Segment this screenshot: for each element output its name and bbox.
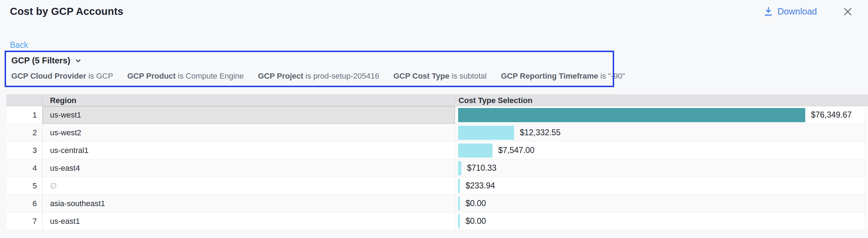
table-header-row: Region Cost Type Selection xyxy=(6,95,868,106)
filter-chip[interactable]: GCP Cost Type is subtotal xyxy=(393,72,486,81)
cost-bar xyxy=(458,214,460,228)
back-link[interactable]: Back xyxy=(10,40,28,50)
cost-cell: $0.00 xyxy=(455,195,868,212)
filter-condition: is subtotal xyxy=(450,72,487,80)
row-index: 3 xyxy=(6,142,43,159)
row-index: 5 xyxy=(6,177,43,194)
cost-cell: $7,547.00 xyxy=(455,142,868,159)
cost-value: $233.94 xyxy=(466,181,495,191)
cost-cell: $710.33 xyxy=(455,159,868,177)
row-index: 1 xyxy=(6,106,43,124)
filter-name: GCP Cost Type xyxy=(393,72,449,80)
modal-header: Cost by GCP Accounts Download xyxy=(0,0,868,17)
download-button[interactable]: Download xyxy=(764,6,817,17)
region-cell[interactable]: ∅ xyxy=(43,177,455,194)
filter-list: GCP Cloud Provider is GCPGCP Product is … xyxy=(11,72,607,81)
cost-value: $12,332.55 xyxy=(520,128,561,137)
cost-value: $0.00 xyxy=(466,199,486,208)
row-index: 6 xyxy=(6,195,43,212)
filter-chip[interactable]: GCP Product is Compute Engine xyxy=(127,72,244,81)
vertical-scrollbar[interactable] xyxy=(865,107,868,230)
filter-name: GCP Reporting Timeframe xyxy=(501,72,598,80)
filter-condition: is Compute Engine xyxy=(176,72,244,80)
region-cell[interactable]: us-east4 xyxy=(43,159,455,177)
filter-chip[interactable]: GCP Cloud Provider is GCP xyxy=(11,72,113,81)
close-icon[interactable] xyxy=(842,6,853,17)
region-cell[interactable]: asia-southeast1 xyxy=(43,195,455,212)
region-cell[interactable]: us-central1 xyxy=(43,142,455,159)
page-title: Cost by GCP Accounts xyxy=(10,6,123,17)
filter-condition: is prod-setup-205416 xyxy=(303,72,379,80)
filter-name: GCP Project xyxy=(258,72,303,80)
table-row[interactable]: 1us-west1$76,349.67 xyxy=(6,106,868,124)
cost-value: $76,349.67 xyxy=(811,110,852,120)
table-row[interactable]: 3us-central1$7,547.00 xyxy=(6,142,868,159)
cost-bar xyxy=(458,108,805,122)
region-cell[interactable]: us-east1 xyxy=(43,212,455,230)
header-actions: Download xyxy=(764,6,857,17)
row-index: 4 xyxy=(6,159,43,177)
cost-value: $710.33 xyxy=(467,163,496,173)
table-row[interactable]: 7us-east1$0.00 xyxy=(6,212,868,230)
filter-chip[interactable]: GCP Project is prod-setup-205416 xyxy=(258,72,379,81)
cost-bar xyxy=(458,143,493,158)
filter-summary-dropdown[interactable]: GCP (5 Filters) xyxy=(11,56,82,66)
filter-name: GCP Product xyxy=(127,72,176,80)
filter-chip[interactable]: GCP Reporting Timeframe is "-90" xyxy=(501,72,625,81)
filter-name: GCP Cloud Provider xyxy=(11,72,86,80)
table-body: 1us-west1$76,349.672us-west2$12,332.553u… xyxy=(6,106,868,230)
region-cell[interactable]: us-west1 xyxy=(43,106,455,124)
cost-bar xyxy=(458,161,461,175)
header-index-column xyxy=(6,95,43,106)
row-index: 2 xyxy=(6,124,43,141)
filter-condition: is "-90" xyxy=(598,72,625,80)
cost-bar xyxy=(458,197,460,211)
region-cell[interactable]: us-west2 xyxy=(43,124,455,141)
header-cost-column[interactable]: Cost Type Selection xyxy=(455,95,868,106)
cost-cell: $12,332.55 xyxy=(455,124,868,141)
filter-panel: GCP (5 Filters) GCP Cloud Provider is GC… xyxy=(5,51,614,87)
cost-value: $7,547.00 xyxy=(498,146,534,155)
cost-bar xyxy=(458,179,460,193)
row-index: 7 xyxy=(6,212,43,230)
chevron-down-icon xyxy=(74,57,82,64)
filter-summary-label: GCP (5 Filters) xyxy=(11,56,70,66)
cost-cell: $0.00 xyxy=(455,212,868,230)
download-icon xyxy=(764,6,773,17)
table-row[interactable]: 2us-west2$12,332.55 xyxy=(6,124,868,142)
table-row[interactable]: 5∅$233.94 xyxy=(6,177,868,195)
header-region-column[interactable]: Region xyxy=(43,95,455,106)
cost-bar xyxy=(458,126,514,140)
table-row[interactable]: 4us-east4$710.33 xyxy=(6,159,868,177)
filter-condition: is GCP xyxy=(86,72,113,80)
download-label: Download xyxy=(778,6,817,17)
cost-table: Region Cost Type Selection 1us-west1$76,… xyxy=(6,95,868,230)
cost-cell: $76,349.67 xyxy=(455,106,868,124)
cost-cell: $233.94 xyxy=(455,177,868,194)
cost-value: $0.00 xyxy=(466,216,486,226)
table-row[interactable]: 6asia-southeast1$0.00 xyxy=(6,195,868,212)
